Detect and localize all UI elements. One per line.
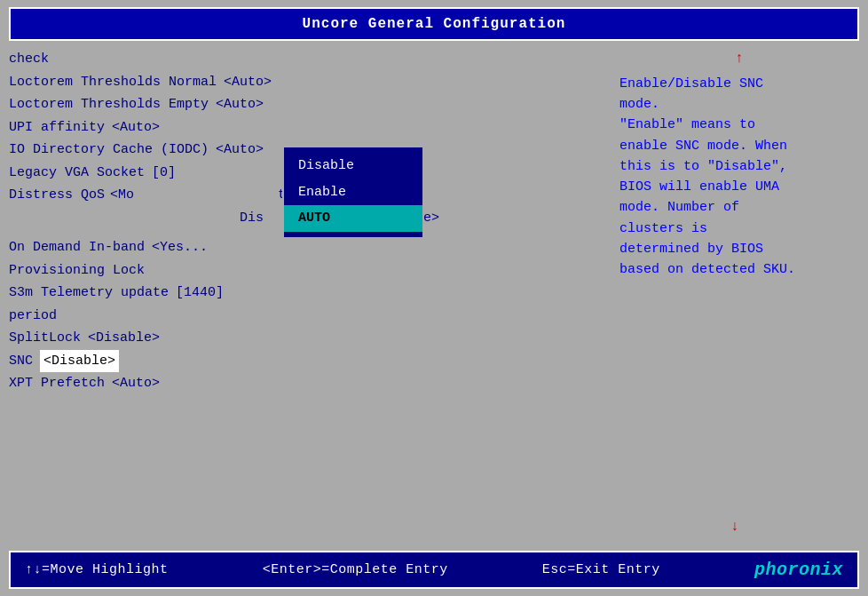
item-value-upi: <Auto>: [112, 116, 160, 139]
item-label-ltn: Loctorem Thresholds Normal: [9, 71, 217, 94]
item-value-snc: <Disable>: [40, 350, 119, 373]
item-label-vga: Legacy VGA Socket: [9, 162, 145, 185]
item-value-xpt: <Auto>: [112, 372, 160, 395]
bottom-nav: ↑↓=Move Highlight <Enter>=Complete Entry…: [25, 560, 843, 580]
title-text: Uncore General Configuration: [303, 16, 566, 32]
dropdown-option-enable[interactable]: Enable: [284, 179, 422, 206]
help-line-1: Enable/Disable SNC: [619, 74, 859, 94]
scroll-up-arrow: ↑: [619, 48, 859, 70]
help-line-4: enable SNC mode. When: [619, 136, 859, 156]
nav-move: ↑↓=Move Highlight: [25, 562, 169, 577]
dropdown-option-disable[interactable]: Disable: [284, 153, 422, 179]
list-item[interactable]: UPI affinity <Auto>: [9, 116, 593, 139]
list-item[interactable]: Provisioning Lock: [9, 259, 593, 282]
help-line-6: BIOS will enable UMA: [619, 177, 859, 197]
item-label-xpt: XPT Prefetch: [9, 372, 105, 395]
bios-screen: Uncore General Configuration check Locto…: [0, 0, 868, 596]
help-text: Enable/Disable SNC mode. "Enable" means …: [619, 74, 859, 281]
item-value-demand: <Yes...: [152, 236, 208, 259]
help-line-5: this is to "Disable",: [619, 156, 859, 177]
help-line-10: based on detected SKU.: [619, 259, 859, 280]
item-label-demand: On Demand In-band: [9, 236, 145, 259]
distress-partial3: Dis: [240, 207, 264, 230]
item-value-s3m: [1440]: [176, 282, 224, 305]
list-item-s3m-period: period: [9, 305, 593, 328]
dropdown-option-auto[interactable]: AUTO: [284, 205, 422, 232]
item-label-snc: SNC: [9, 350, 33, 373]
right-panel: ↑ Enable/Disable SNC mode. "Enable" mean…: [611, 48, 859, 547]
item-value-vga: [0]: [152, 162, 176, 185]
item-value-iodc: <Auto>: [216, 139, 264, 162]
item-label-period: period: [9, 305, 57, 328]
left-panel: check Loctorem Thresholds Normal <Auto> …: [9, 48, 611, 547]
item-label-distress: Distress QoS: [9, 184, 105, 207]
watermark: phoronix: [754, 560, 843, 580]
help-line-7: mode. Number of: [619, 197, 859, 218]
list-item[interactable]: SplitLock <Disable>: [9, 327, 593, 350]
item-value-splitlock: <Disable>: [88, 327, 160, 350]
item-label-iodc: IO Directory Cache (IODC): [9, 139, 209, 162]
item-label-s3m: S3m Telemetry update: [9, 282, 169, 305]
help-line-8: clusters is: [619, 219, 859, 239]
list-item[interactable]: On Demand In-band <Yes...: [9, 236, 593, 259]
help-line-3: "Enable" means to: [619, 115, 859, 135]
item-label-plock: Provisioning Lock: [9, 259, 145, 282]
list-item[interactable]: check: [9, 48, 593, 71]
help-line-9: determined by BIOS: [619, 239, 859, 259]
list-item[interactable]: Loctorem Thresholds Normal <Auto>: [9, 71, 593, 94]
list-item[interactable]: S3m Telemetry update [1440]: [9, 282, 593, 305]
main-content: check Loctorem Thresholds Normal <Auto> …: [0, 41, 868, 551]
item-label-check: check: [9, 48, 49, 71]
list-item[interactable]: Loctorem Thresholds Empty <Auto>: [9, 93, 593, 116]
help-line-2: mode.: [619, 94, 859, 115]
item-label-upi: UPI affinity: [9, 116, 105, 139]
list-item[interactable]: XPT Prefetch <Auto>: [9, 372, 593, 395]
dropdown-menu[interactable]: Disable Enable AUTO: [282, 146, 424, 239]
item-value-ltn: <Auto>: [224, 71, 272, 94]
scroll-down-arrow: ↓: [611, 516, 859, 538]
list-item-snc[interactable]: SNC <Disable>: [9, 350, 593, 373]
item-value-lte: <Auto>: [216, 93, 264, 116]
item-label-splitlock: SplitLock: [9, 327, 81, 350]
distress-partial1: <Mo: [110, 184, 134, 207]
item-label-lte: Loctorem Thresholds Empty: [9, 93, 209, 116]
bottom-bar: ↑↓=Move Highlight <Enter>=Complete Entry…: [9, 551, 859, 589]
nav-esc: Esc=Exit Entry: [542, 562, 660, 577]
title-bar: Uncore General Configuration: [9, 7, 859, 41]
nav-enter: <Enter>=Complete Entry: [263, 562, 448, 577]
